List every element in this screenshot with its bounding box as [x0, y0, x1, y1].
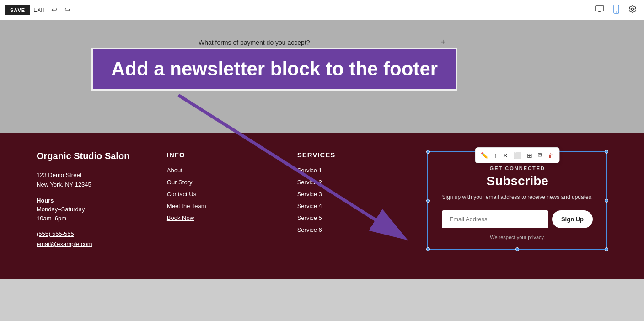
footer-services-col: SERVICES Service 1 Service 2 Service 3 S…	[297, 151, 405, 261]
newsletter-form: Sign Up	[442, 210, 593, 228]
newsletter-block: GET CONNECTED Subscribe Sign up with you…	[427, 151, 607, 250]
faq-item-1[interactable]: What forms of payment do you accept? +	[199, 29, 445, 56]
footer-info-col: INFO About Our Story Contact Us Meet the…	[167, 151, 274, 261]
newsletter-privacy-text: We respect your privacy.	[442, 235, 593, 240]
footer-brand-col: Organic Studio Salon 123 Demo Street New…	[37, 151, 144, 261]
desktop-view-button[interactable]	[593, 3, 606, 17]
list-item: Book Now	[167, 214, 274, 222]
list-item: Meet the Team	[167, 202, 274, 210]
list-item: Service 4	[297, 202, 405, 210]
newsletter-email-input[interactable]	[442, 210, 548, 228]
resize-handle-ml[interactable]	[426, 199, 430, 203]
faq-expand-1[interactable]: +	[440, 37, 445, 47]
block-edit-button[interactable]: ✏️	[478, 150, 491, 161]
newsletter-col: ✏️ ↑ ✕ ⬜ ⊞ ⧉ 🗑	[427, 151, 607, 261]
resize-handle-br[interactable]	[605, 247, 608, 251]
footer-hours: Hours Monday–Saturday 10am–6pm	[37, 196, 144, 223]
footer-inner: Organic Studio Salon 123 Demo Street New…	[37, 151, 607, 261]
service-link-4[interactable]: Service 4	[297, 203, 322, 209]
list-item: Our Story	[167, 178, 274, 186]
faq-question-2: What is your cancellation policy?	[199, 65, 291, 73]
footer-email-link[interactable]: email@example.com	[37, 239, 144, 249]
resize-handle-bl[interactable]	[426, 247, 430, 251]
resize-handle-mr[interactable]	[605, 199, 608, 203]
info-link-book[interactable]: Book Now	[167, 214, 194, 221]
list-item: Service 3	[297, 190, 405, 198]
mobile-view-button[interactable]	[612, 3, 621, 17]
newsletter-section-label: GET CONNECTED	[442, 166, 593, 171]
list-item: Service 5	[297, 214, 405, 222]
faq-item-2[interactable]: What is your cancellation policy? +	[199, 56, 445, 82]
svg-point-4	[616, 11, 617, 12]
list-item: About	[167, 166, 274, 174]
newsletter-signup-button[interactable]: Sign Up	[552, 210, 593, 228]
footer-address: 123 Demo Street New York, NY 12345	[37, 171, 144, 190]
service-link-3[interactable]: Service 3	[297, 191, 322, 198]
info-link-our-story[interactable]: Our Story	[167, 179, 193, 186]
list-item: Service 2	[297, 178, 405, 186]
footer-services-links: Service 1 Service 2 Service 3 Service 4 …	[297, 166, 405, 234]
block-unlink-button[interactable]: ✕	[500, 150, 510, 161]
block-grid-button[interactable]: ⊞	[525, 150, 535, 161]
list-item: Service 6	[297, 225, 405, 234]
info-link-contact[interactable]: Contact Us	[167, 191, 196, 198]
service-link-5[interactable]: Service 5	[297, 214, 322, 221]
settings-button[interactable]	[627, 3, 639, 17]
footer-info-links: About Our Story Contact Us Meet the Team…	[167, 166, 274, 222]
resize-handle-tl[interactable]	[426, 150, 430, 154]
footer-services-title: SERVICES	[297, 151, 405, 159]
exit-button[interactable]: EXIT	[33, 7, 46, 13]
newsletter-title: Subscribe	[442, 174, 593, 188]
block-delete-button[interactable]: 🗑	[546, 150, 557, 161]
block-move-up-button[interactable]: ↑	[492, 150, 499, 161]
block-frame-button[interactable]: ⬜	[511, 150, 524, 161]
footer-contact: (555) 555-555 email@example.com	[37, 229, 144, 249]
list-item: Service 1	[297, 166, 405, 174]
footer: Organic Studio Salon 123 Demo Street New…	[0, 133, 644, 279]
resize-handle-tr[interactable]	[605, 150, 608, 154]
service-link-1[interactable]: Service 1	[297, 167, 322, 174]
redo-button[interactable]: ↪	[63, 4, 72, 16]
footer-brand-name: Organic Studio Salon	[37, 151, 144, 161]
service-link-2[interactable]: Service 2	[297, 179, 322, 186]
service-link-6[interactable]: Service 6	[297, 226, 322, 233]
block-duplicate-button[interactable]: ⧉	[536, 150, 545, 161]
svg-rect-0	[596, 6, 604, 11]
toolbar: SAVE EXIT ↩ ↪	[0, 0, 644, 20]
info-link-about[interactable]: About	[167, 167, 182, 174]
resize-handle-bm[interactable]	[515, 247, 519, 251]
main-area: What forms of payment do you accept? + W…	[0, 20, 644, 321]
block-toolbar: ✏️ ↑ ✕ ⬜ ⊞ ⧉ 🗑	[475, 147, 560, 163]
newsletter-description: Sign up with your email address to recei…	[442, 193, 593, 201]
list-item: Contact Us	[167, 190, 274, 198]
footer-info-title: INFO	[167, 151, 274, 159]
undo-button[interactable]: ↩	[49, 4, 59, 16]
save-button[interactable]: SAVE	[5, 5, 30, 15]
faq-question-1: What forms of payment do you accept?	[199, 39, 310, 46]
info-link-meet-team[interactable]: Meet the Team	[167, 203, 206, 209]
faq-section: What forms of payment do you accept? + W…	[0, 20, 644, 133]
toolbar-right	[593, 3, 639, 17]
faq-expand-2[interactable]: +	[440, 64, 445, 74]
footer-phone-link[interactable]: (555) 555-555	[37, 229, 144, 239]
